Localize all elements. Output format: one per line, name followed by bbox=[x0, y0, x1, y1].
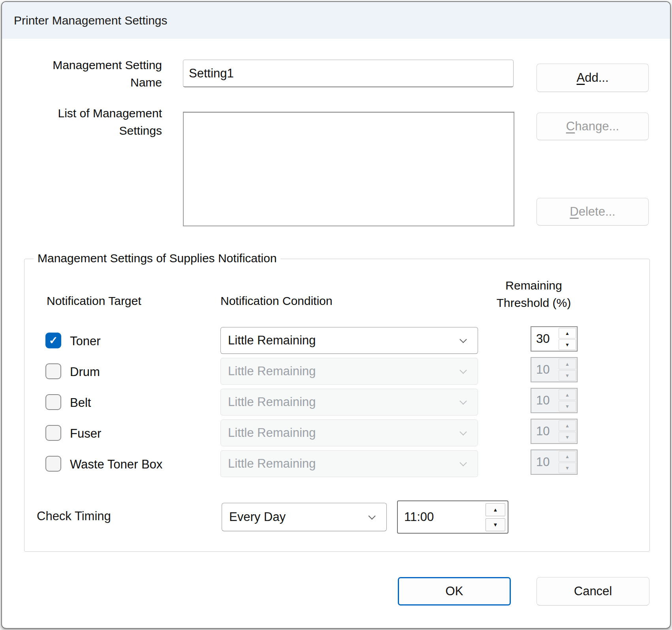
spin-up-button: ▲ bbox=[559, 451, 576, 462]
add-button-key: A bbox=[576, 71, 585, 85]
delete-button: Delete... bbox=[536, 198, 649, 226]
time-spinner[interactable]: 11:00 ▲ ▼ bbox=[397, 500, 508, 534]
supply-label: Fuser bbox=[70, 418, 101, 449]
delete-button-label: elete... bbox=[579, 205, 616, 219]
chevron-down-icon bbox=[459, 428, 467, 435]
check-timing-label: Check Timing bbox=[37, 509, 111, 523]
condition-select-value: Little Remaining bbox=[228, 457, 316, 471]
spin-down-button: ▼ bbox=[559, 370, 576, 381]
supply-checkbox[interactable]: ✓ bbox=[45, 394, 61, 410]
supply-checkbox[interactable]: ✓ bbox=[45, 456, 61, 472]
condition-select-value: Little Remaining bbox=[228, 364, 316, 378]
supplies-group-title: Management Settings of Supplies Notifica… bbox=[34, 252, 280, 265]
chevron-down-icon bbox=[459, 459, 467, 466]
spin-up-icon: ▲ bbox=[565, 454, 570, 459]
threshold-spinner-value: 10 bbox=[531, 424, 559, 438]
threshold-spinner: 10 ▲ ▼ bbox=[531, 419, 578, 444]
frequency-select-value: Every Day bbox=[229, 510, 286, 524]
threshold-spinner-value: 30 bbox=[531, 332, 559, 346]
supply-label: Toner bbox=[70, 326, 101, 357]
time-spin-up-button[interactable]: ▲ bbox=[486, 503, 505, 516]
supply-row: ✓ Toner Little Remaining 30 ▲ ▼ bbox=[2, 326, 670, 357]
chevron-down-icon bbox=[459, 367, 467, 374]
chevron-down-icon bbox=[459, 397, 467, 404]
time-spin-down-button[interactable]: ▼ bbox=[486, 518, 505, 531]
spin-up-icon: ▲ bbox=[565, 361, 570, 367]
supply-label: Waste Toner Box bbox=[70, 449, 162, 480]
condition-select: Little Remaining bbox=[220, 389, 478, 416]
supply-checkbox[interactable]: ✓ bbox=[45, 333, 61, 348]
check-icon: ✓ bbox=[49, 335, 58, 346]
supply-row: ✓ Drum Little Remaining 10 ▲ ▼ bbox=[2, 357, 670, 387]
spin-down-icon: ▼ bbox=[565, 465, 570, 471]
condition-select-value: Little Remaining bbox=[228, 333, 316, 348]
threshold-spinner-value: 10 bbox=[531, 455, 559, 469]
ok-button[interactable]: OK bbox=[398, 577, 511, 606]
titlebar[interactable]: Printer Management Settings bbox=[2, 2, 670, 39]
printer-management-settings-dialog: Printer Management Settings Management S… bbox=[1, 1, 671, 629]
supply-row: ✓ Fuser Little Remaining 10 ▲ ▼ bbox=[2, 418, 670, 449]
spin-up-button: ▲ bbox=[559, 420, 576, 431]
add-button[interactable]: Add... bbox=[536, 64, 649, 92]
threshold-spinner-value: 10 bbox=[531, 363, 559, 377]
supply-checkbox[interactable]: ✓ bbox=[45, 425, 61, 441]
spin-down-icon: ▼ bbox=[493, 522, 498, 528]
spin-down-icon: ▼ bbox=[565, 404, 570, 409]
header-remaining-threshold-line1: Remaining bbox=[460, 277, 607, 294]
spin-up-button[interactable]: ▲ bbox=[559, 328, 576, 339]
ok-button-label: OK bbox=[446, 584, 463, 598]
supply-label: Drum bbox=[70, 357, 100, 387]
spin-down-icon: ▼ bbox=[565, 342, 570, 348]
spin-down-button: ▼ bbox=[559, 432, 576, 442]
name-input[interactable]: Setting1 bbox=[183, 60, 514, 87]
header-notification-condition: Notification Condition bbox=[220, 294, 333, 308]
spin-down-icon: ▼ bbox=[565, 434, 570, 440]
time-spinner-value: 11:00 bbox=[398, 510, 486, 524]
name-input-value: Setting1 bbox=[189, 66, 234, 81]
spin-up-icon: ▲ bbox=[565, 392, 570, 398]
threshold-spinner: 10 ▲ ▼ bbox=[531, 388, 578, 413]
header-remaining-threshold: Remaining Threshold (%) bbox=[460, 277, 607, 312]
condition-select-value: Little Remaining bbox=[228, 426, 316, 440]
chevron-down-icon bbox=[368, 512, 375, 519]
condition-select: Little Remaining bbox=[220, 358, 478, 385]
spin-up-icon: ▲ bbox=[565, 423, 570, 429]
spin-down-button: ▼ bbox=[559, 401, 576, 412]
frequency-select[interactable]: Every Day bbox=[222, 503, 387, 531]
threshold-spinner: 10 ▲ ▼ bbox=[531, 449, 578, 475]
condition-select: Little Remaining bbox=[220, 419, 478, 446]
delete-button-key: D bbox=[570, 205, 578, 219]
header-remaining-threshold-line2: Threshold (%) bbox=[460, 294, 607, 312]
threshold-spinner-value: 10 bbox=[531, 393, 559, 408]
add-button-label: dd... bbox=[585, 71, 608, 85]
supply-row: ✓ Belt Little Remaining 10 ▲ ▼ bbox=[2, 387, 670, 418]
change-button-label: hange... bbox=[575, 119, 619, 134]
settings-listbox[interactable] bbox=[183, 112, 514, 226]
spin-up-icon: ▲ bbox=[493, 507, 498, 513]
supply-label: Belt bbox=[70, 387, 91, 418]
supply-checkbox[interactable]: ✓ bbox=[45, 363, 61, 379]
cancel-button[interactable]: Cancel bbox=[536, 577, 649, 606]
spin-down-button[interactable]: ▼ bbox=[559, 339, 576, 350]
supply-row: ✓ Waste Toner Box Little Remaining 10 ▲ … bbox=[2, 449, 670, 480]
threshold-spinner: 10 ▲ ▼ bbox=[531, 357, 578, 382]
chevron-down-icon bbox=[459, 336, 467, 343]
spin-up-button: ▲ bbox=[559, 389, 576, 400]
condition-select[interactable]: Little Remaining bbox=[220, 327, 478, 354]
change-button-key: C bbox=[566, 119, 575, 134]
spin-up-button: ▲ bbox=[559, 359, 576, 369]
name-field-label: Management Setting Name bbox=[32, 56, 162, 91]
condition-select: Little Remaining bbox=[220, 450, 478, 477]
change-button: Change... bbox=[536, 113, 649, 140]
threshold-spinner[interactable]: 30 ▲ ▼ bbox=[531, 326, 578, 352]
list-field-label: List of Management Settings bbox=[32, 105, 162, 139]
cancel-button-label: Cancel bbox=[574, 584, 612, 598]
spin-up-icon: ▲ bbox=[565, 331, 570, 336]
condition-select-value: Little Remaining bbox=[228, 395, 316, 409]
spin-down-button: ▼ bbox=[559, 463, 576, 473]
header-notification-target: Notification Target bbox=[47, 294, 141, 308]
window-title: Printer Management Settings bbox=[14, 14, 168, 27]
spin-down-icon: ▼ bbox=[565, 373, 570, 378]
